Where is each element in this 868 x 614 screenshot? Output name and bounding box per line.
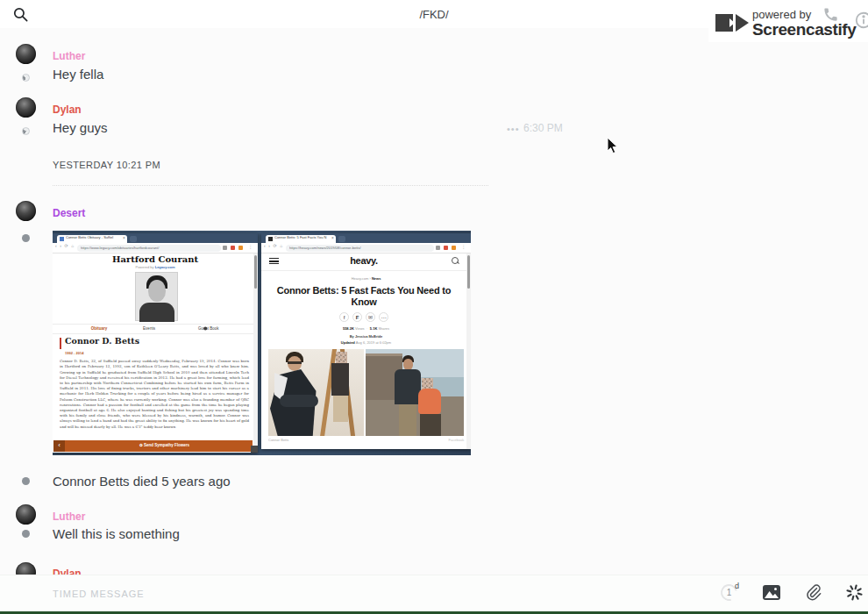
avatar[interactable] — [16, 201, 36, 221]
date-divider-label: YESTERDAY 10:21 PM — [53, 160, 160, 170]
composer-bar: 1 d — [0, 575, 868, 611]
screenshot-browser-right: Connor Betts: 5 Fast Facts You N https:/… — [261, 233, 471, 449]
obituary-body-text: Connor D. Betts, 22, of Suffield passed … — [60, 359, 249, 430]
tab-guestbook: Guest Book — [203, 326, 209, 331]
timer-unit: d — [735, 582, 739, 590]
avatar[interactable] — [16, 97, 36, 118]
url-pill: https://www.legacy.com/obituaries/hartfo… — [77, 245, 221, 252]
browser-tab: Connor Betts Obituary - Suffiel — [57, 235, 127, 243]
tab-obituary: Obituary — [91, 326, 108, 331]
tab-favicon — [268, 237, 273, 241]
sympathy-flowers-button: Send Sympathy Flowers — [53, 440, 253, 452]
extension-icons — [436, 246, 459, 251]
read-dot-icon — [22, 530, 30, 538]
tab-close-icon — [123, 236, 125, 240]
photo-credit: Facebook — [448, 438, 464, 442]
screenshot-browser-left: Connor Betts Obituary - Suffiel https://… — [53, 233, 258, 453]
burst-icon[interactable] — [845, 583, 864, 602]
url-text: https://heavy.com/news/2019/08/connor-be… — [289, 246, 434, 250]
photo-caption: Connor Betts — [268, 438, 288, 442]
info-icon[interactable] — [854, 11, 868, 30]
date-divider: YESTERDAY 10:21 PM — [0, 160, 868, 188]
article-photo-left — [268, 349, 364, 436]
burn-timer-icon — [22, 74, 30, 82]
more-options-icon[interactable]: ••• — [507, 124, 520, 134]
message-row: Connor Betts died 5 years ago — [0, 470, 868, 491]
message-row: Luther Hey fella — [0, 44, 868, 86]
obituary-tabs: Obituary Events Guest Book — [53, 324, 253, 334]
deceased-years: 1992 - 2014 — [65, 351, 258, 355]
article-page: heavy. Heavy.com › News Connor Betts: 5 … — [261, 253, 471, 449]
read-dot-icon — [22, 477, 30, 485]
newspaper-masthead: Hartford Courant — [53, 254, 258, 264]
facebook-share-icon — [339, 312, 349, 322]
phone-icon[interactable] — [822, 6, 839, 23]
site-header: heavy. — [261, 253, 466, 268]
pixelated-face — [336, 352, 347, 363]
heading-accent-bar — [60, 338, 61, 349]
tab-close-icon — [331, 236, 334, 240]
avatar[interactable] — [16, 504, 36, 525]
tab-favicon — [60, 237, 64, 241]
new-tab-button — [130, 236, 137, 242]
message-text: Hey fella — [53, 67, 103, 82]
timer-badge[interactable]: 1 d — [721, 582, 740, 602]
browser-tabstrip: Connor Betts: 5 Fast Facts You N — [261, 233, 471, 243]
site-logo: heavy. — [261, 255, 466, 266]
browser-addressbar: https://www.legacy.com/obituaries/hartfo… — [53, 243, 258, 253]
screencastify-watermark: powered by Screencastify — [708, 2, 868, 42]
more-share-icon — [379, 312, 388, 322]
message-sender[interactable]: Luther — [53, 510, 85, 523]
shared-screenshot-attachment[interactable]: Connor Betts Obituary - Suffiel https://… — [53, 231, 471, 455]
message-input[interactable] — [53, 581, 596, 607]
url-text: https://www.legacy.com/obituaries/hartfo… — [81, 246, 221, 250]
page-scrollbar — [253, 253, 258, 453]
tab-events: Events — [143, 326, 155, 331]
message-text: Well this is something — [53, 526, 180, 541]
message-text: Hey guys — [53, 120, 108, 135]
browser-menu-icon — [461, 244, 466, 249]
message-timestamp: 6:30 PM — [523, 122, 563, 134]
paperclip-icon[interactable] — [804, 583, 822, 602]
flowers-arrow-icon — [53, 440, 65, 452]
article-byline: By Jessica McBride — [261, 334, 471, 339]
message-sender[interactable]: Dylan — [53, 104, 82, 116]
tab-title: Connor Betts: 5 Fast Facts You N — [274, 235, 336, 239]
obituary-portrait-photo — [135, 272, 178, 321]
message-sender[interactable]: Luther — [53, 50, 85, 62]
browser-menu-icon — [248, 244, 253, 249]
watermark-line2: Screencastify — [752, 20, 856, 39]
avatar[interactable] — [16, 44, 36, 64]
article-updated: Updated Aug 6, 2019 at 6:02pm — [261, 340, 471, 345]
share-buttons — [261, 312, 466, 323]
url-pill: https://heavy.com/news/2019/08/connor-be… — [286, 245, 434, 252]
email-share-icon — [366, 312, 375, 322]
article-stats: 558.2K Views·5.1K Shares — [261, 326, 471, 331]
browser-addressbar: https://heavy.com/news/2019/08/connor-be… — [261, 243, 471, 253]
article-photo-right — [366, 349, 464, 436]
message-text: Connor Betts died 5 years ago — [53, 474, 231, 489]
cursor-pointer — [607, 137, 619, 154]
image-icon[interactable] — [763, 585, 780, 600]
powered-by-line: Powered by Legacy.com — [53, 265, 258, 269]
browser-nav-icons — [264, 244, 283, 249]
burn-timer-icon — [22, 127, 30, 135]
article-headline: Connor Betts: 5 Fast Facts You Need to K… — [268, 285, 459, 308]
message-sender[interactable]: Desert — [53, 207, 85, 219]
chat-app-window: /FKD/ powered by Screencastify Luther He… — [0, 0, 868, 614]
watermark-line1: powered by — [752, 8, 811, 21]
message-row: Dylan Hey guys ••• 6:30 PM — [0, 97, 868, 139]
tab-title: Connor Betts Obituary - Suffiel — [66, 235, 127, 239]
read-dot-icon — [22, 234, 30, 242]
flipboard-share-icon — [352, 312, 362, 322]
deceased-name: Connor D. Betts — [65, 336, 139, 346]
browser-tabstrip: Connor Betts Obituary - Suffiel — [53, 233, 258, 243]
scroll-corner — [251, 446, 258, 453]
breadcrumb: Heavy.com › News — [261, 276, 471, 281]
page-scrollbar — [466, 253, 471, 449]
site-search-icon — [452, 257, 459, 265]
obituary-page: Hartford Courant Powered by Legacy.com O… — [53, 253, 258, 453]
divider-line — [53, 185, 488, 186]
browser-nav-icons — [55, 244, 75, 249]
message-list: Luther Hey fella Dylan Hey guys ••• 6:30… — [0, 28, 868, 575]
